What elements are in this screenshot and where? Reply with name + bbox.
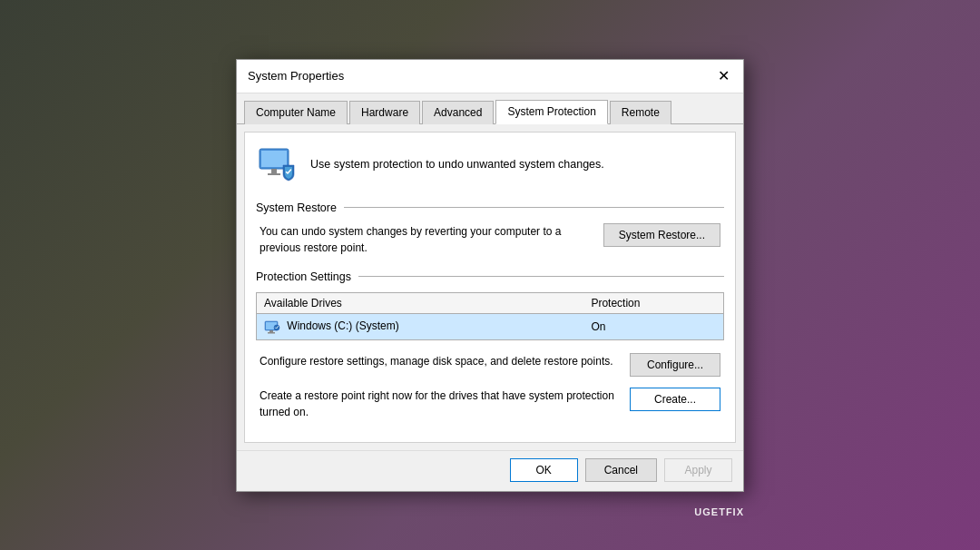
- tab-content: Use system protection to undo unwanted s…: [244, 132, 736, 443]
- header-row: Use system protection to undo unwanted s…: [256, 143, 724, 187]
- svg-rect-1: [261, 151, 287, 167]
- system-restore-description: You can undo system changes by reverting…: [260, 223, 589, 256]
- column-protection: Protection: [583, 292, 723, 313]
- title-bar: System Properties ✕: [237, 60, 743, 93]
- svg-rect-6: [270, 330, 273, 332]
- system-restore-section-header: System Restore: [256, 201, 724, 214]
- create-description: Create a restore point right now for the…: [260, 388, 615, 420]
- drive-icon: [264, 319, 280, 335]
- configure-description: Configure restore settings, manage disk …: [260, 353, 615, 369]
- tab-computer-name[interactable]: Computer Name: [244, 101, 348, 124]
- section-divider-2: [358, 276, 724, 277]
- apply-button[interactable]: Apply: [664, 458, 732, 482]
- tab-hardware[interactable]: Hardware: [349, 101, 420, 124]
- svg-rect-3: [268, 173, 280, 175]
- section-divider: [344, 207, 724, 208]
- drives-table: Available Drives Protection: [256, 292, 724, 340]
- header-description: Use system protection to undo unwanted s…: [310, 156, 604, 173]
- system-restore-button[interactable]: System Restore...: [603, 223, 720, 247]
- system-restore-title: System Restore: [256, 201, 337, 214]
- tab-remote[interactable]: Remote: [610, 101, 671, 124]
- system-restore-row: You can undo system changes by reverting…: [256, 223, 724, 256]
- svg-rect-2: [271, 169, 277, 173]
- cancel-button[interactable]: Cancel: [585, 458, 657, 482]
- ok-button[interactable]: OK: [510, 458, 578, 482]
- configure-button[interactable]: Configure...: [630, 353, 720, 377]
- dialog-footer: OK Cancel Apply: [237, 450, 743, 491]
- tab-advanced[interactable]: Advanced: [422, 101, 494, 124]
- system-protection-icon: [256, 143, 299, 187]
- close-button[interactable]: ✕: [714, 67, 732, 85]
- protection-status-cell: On: [583, 313, 723, 339]
- create-button[interactable]: Create...: [630, 388, 720, 411]
- column-drives: Available Drives: [257, 292, 584, 313]
- system-properties-dialog: System Properties ✕ Computer Name Hardwa…: [236, 59, 744, 492]
- dialog-title: System Properties: [248, 69, 344, 83]
- protection-settings-title: Protection Settings: [256, 270, 351, 283]
- tab-strip: Computer Name Hardware Advanced System P…: [237, 93, 743, 124]
- svg-rect-7: [268, 332, 275, 334]
- configure-row: Configure restore settings, manage disk …: [256, 353, 724, 377]
- tab-system-protection[interactable]: System Protection: [495, 100, 607, 124]
- drive-name-cell: Windows (C:) (System): [257, 313, 584, 339]
- create-row: Create a restore point right now for the…: [256, 388, 724, 420]
- protection-settings-section-header: Protection Settings: [256, 270, 724, 283]
- watermark: UGETFIX: [694, 506, 744, 517]
- table-row[interactable]: Windows (C:) (System) On: [257, 313, 724, 339]
